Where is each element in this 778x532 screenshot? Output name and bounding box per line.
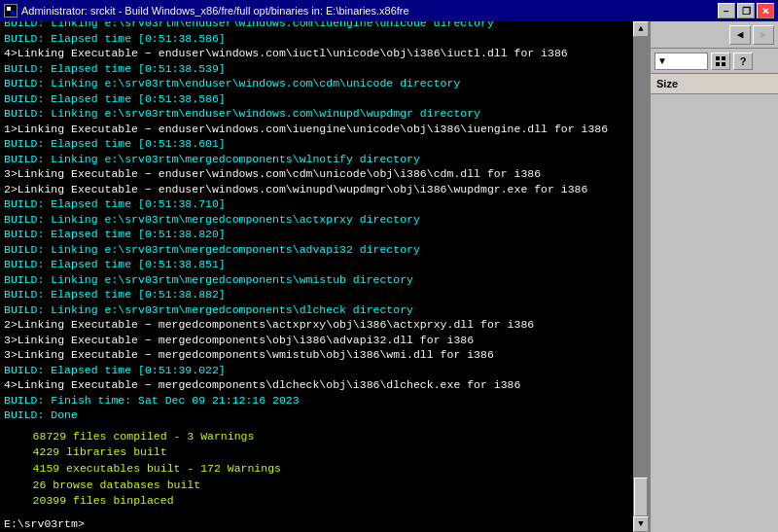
console-line: BUILD: Elapsed time [0:51:38.601] <box>4 136 629 152</box>
main-area: BUILD: Linking e:\srv03rtm\enduser\windo… <box>0 21 778 532</box>
scroll-track <box>633 37 649 516</box>
forward-button[interactable]: ▶ <box>753 25 774 45</box>
restore-button[interactable]: ❐ <box>737 3 755 18</box>
console-line: 4>Linking Executable − enduser\windows.c… <box>4 46 629 61</box>
prompt-text: E:\srv03rtm> <box>4 517 85 530</box>
console-line: BUILD: Elapsed time [0:51:38.710] <box>4 196 629 212</box>
summary-line: 68729 files compiled - 3 Warnings <box>6 429 627 445</box>
console-line: 3>Linking Executable − enduser\windows.c… <box>4 166 629 182</box>
title-bar-left: Administrator: srckit - Build Windows_x8… <box>4 4 409 18</box>
scroll-down-arrow[interactable]: ▼ <box>633 516 649 532</box>
svg-rect-3 <box>722 56 725 60</box>
title-text: Administrator: srckit - Build Windows_x8… <box>21 5 409 17</box>
console-line: 1>Linking Executable − enduser\windows.c… <box>4 122 629 137</box>
right-panel-body <box>651 94 778 532</box>
right-panel: ◀ ▶ ▼ ? Size <box>649 21 778 532</box>
console-line: BUILD: Elapsed time [0:51:38.586] <box>4 31 629 47</box>
console-line: 2>Linking Executable − mergedcomponents\… <box>4 317 629 333</box>
console-line: BUILD: Linking e:\srv03rtm\enduser\windo… <box>4 76 629 91</box>
title-bar: Administrator: srckit - Build Windows_x8… <box>0 0 778 21</box>
summary-line: 20399 files binplaced <box>6 493 627 510</box>
help-button[interactable]: ? <box>733 53 753 70</box>
scroll-thumb[interactable] <box>634 478 648 516</box>
summary-line: 4229 libraries built <box>6 444 627 461</box>
console-output[interactable]: BUILD: Linking e:\srv03rtm\enduser\windo… <box>0 21 633 425</box>
console-scrollbar: ▲ ▼ <box>633 21 649 532</box>
right-panel-toolbar: ◀ ▶ <box>651 21 778 49</box>
console-line: BUILD: Elapsed time [0:51:39.022] <box>4 363 629 378</box>
close-button[interactable]: ✕ <box>757 3 774 18</box>
console-line: BUILD: Elapsed time [0:51:38.586] <box>4 91 629 107</box>
console-line: BUILD: Done <box>4 408 629 423</box>
summary-line: 4159 executables built - 172 Warnings <box>6 461 627 478</box>
scroll-up-arrow[interactable]: ▲ <box>633 21 649 37</box>
svg-rect-5 <box>722 62 725 66</box>
console-line: BUILD: Elapsed time [0:51:38.882] <box>4 287 629 302</box>
console-line: 3>Linking Executable − mergedcomponents\… <box>4 347 629 363</box>
grid-view-button[interactable] <box>711 53 730 70</box>
minimize-button[interactable]: − <box>718 3 735 18</box>
console-line: BUILD: Linking e:\srv03rtm\mergedcompone… <box>4 272 629 288</box>
console-line: BUILD: Linking e:\srv03rtm\mergedcompone… <box>4 152 629 167</box>
svg-rect-2 <box>716 56 720 60</box>
console-line: BUILD: Linking e:\srv03rtm\mergedcompone… <box>4 212 629 228</box>
right-panel-toolbar2: ▼ ? <box>651 49 778 74</box>
console-line: 3>Linking Executable − mergedcomponents\… <box>4 333 629 348</box>
console-line: BUILD: Elapsed time [0:51:38.539] <box>4 61 629 77</box>
svg-rect-0 <box>7 7 11 11</box>
size-header: Size <box>651 74 778 94</box>
summary-line: 26 browse databases built <box>6 478 627 494</box>
back-button[interactable]: ◀ <box>729 25 751 45</box>
console-line: BUILD: Linking e:\srv03rtm\mergedcompone… <box>4 302 629 318</box>
console-line: 2>Linking Executable − enduser\windows.c… <box>4 182 629 197</box>
console-line: BUILD: Elapsed time [0:51:38.851] <box>4 257 629 272</box>
console-line: BUILD: Linking e:\srv03rtm\enduser\windo… <box>4 21 629 31</box>
title-bar-buttons: − ❐ ✕ <box>718 3 774 18</box>
view-dropdown[interactable]: ▼ <box>654 53 708 70</box>
console-window: BUILD: Linking e:\srv03rtm\enduser\windo… <box>0 21 633 532</box>
svg-rect-1 <box>11 11 15 15</box>
svg-rect-4 <box>716 62 720 66</box>
console-line: BUILD: Finish time: Sat Dec 09 21:12:16 … <box>4 393 629 408</box>
summary-section: 68729 files compiled - 3 Warnings 4229 l… <box>0 425 633 515</box>
app-icon <box>4 4 18 18</box>
prompt-line: E:\srv03rtm> <box>0 515 633 532</box>
console-line: BUILD: Elapsed time [0:51:38.820] <box>4 227 629 242</box>
console-line: BUILD: Linking e:\srv03rtm\enduser\windo… <box>4 106 629 122</box>
console-line: BUILD: Linking e:\srv03rtm\mergedcompone… <box>4 242 629 258</box>
console-line: 4>Linking Executable − mergedcomponents\… <box>4 377 629 393</box>
